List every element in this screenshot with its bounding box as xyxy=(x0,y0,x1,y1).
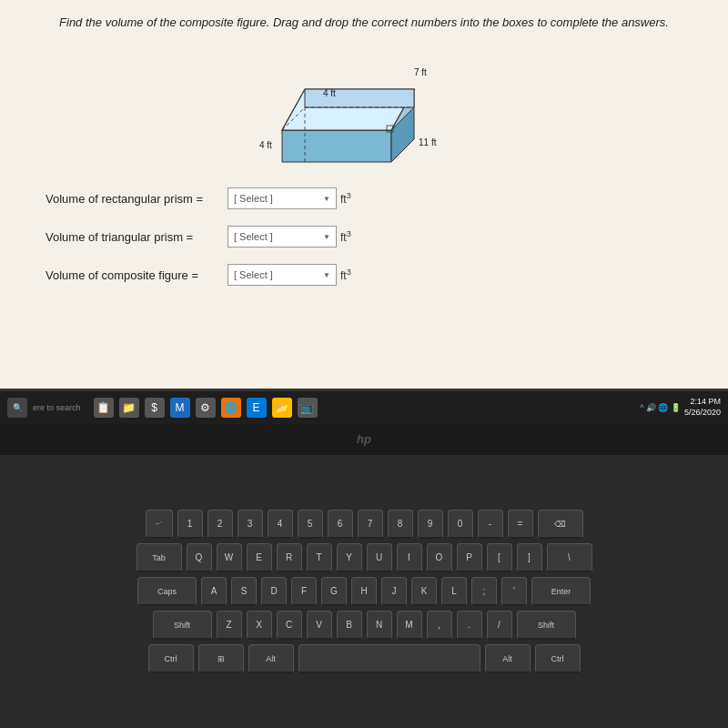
key-x[interactable]: X xyxy=(247,611,272,640)
key-quote[interactable]: ' xyxy=(501,577,527,606)
keyboard-row-2: Tab Q W E R T Y U I O P [ ] \ xyxy=(136,543,592,572)
key-tab[interactable]: Tab xyxy=(136,543,182,572)
triangular-unit: ft3 xyxy=(340,229,351,244)
key-q[interactable]: Q xyxy=(187,543,212,572)
key-semicolon[interactable]: ; xyxy=(471,577,497,606)
key-slash[interactable]: / xyxy=(487,611,512,640)
rectangular-prism-select[interactable]: [ Select ] xyxy=(228,187,337,209)
key-o[interactable]: O xyxy=(427,543,452,572)
key-backslash[interactable]: \ xyxy=(547,543,592,572)
key-r[interactable]: R xyxy=(277,543,302,572)
key-e[interactable]: E xyxy=(247,543,272,572)
svg-text:7 ft: 7 ft xyxy=(414,67,427,77)
composite-figure-select[interactable]: [ Select ] xyxy=(228,264,337,286)
search-area[interactable]: 🔍 xyxy=(7,398,27,418)
key-3[interactable]: 3 xyxy=(238,510,263,539)
key-comma[interactable]: , xyxy=(427,611,452,640)
taskbar-app-6[interactable]: 🌐 xyxy=(221,398,241,418)
key-space[interactable] xyxy=(298,644,480,673)
key-4[interactable]: 4 xyxy=(268,510,293,539)
taskbar-app-8[interactable]: 📂 xyxy=(272,398,292,418)
taskbar-app-2[interactable]: 📁 xyxy=(119,398,139,418)
key-ctrl-left[interactable]: Ctrl xyxy=(148,644,194,673)
key-z[interactable]: Z xyxy=(217,611,242,640)
key-bracket-open[interactable]: [ xyxy=(487,543,512,572)
screen: Find the volume of the composite figure.… xyxy=(0,0,728,391)
key-minus[interactable]: - xyxy=(478,510,503,539)
key-i[interactable]: I xyxy=(397,543,422,572)
form-row-composite: Volume of composite figure = [ Select ] … xyxy=(46,264,682,286)
key-9[interactable]: 9 xyxy=(418,510,443,539)
key-l[interactable]: L xyxy=(441,577,467,606)
key-g[interactable]: G xyxy=(321,577,347,606)
taskbar-app-4[interactable]: M xyxy=(170,398,190,418)
keyboard-row-5: Ctrl ⊞ Alt Alt Ctrl xyxy=(148,644,581,673)
keyboard-row-4: Shift Z X C V B N M , . / Shift xyxy=(153,611,576,640)
key-j[interactable]: J xyxy=(381,577,407,606)
key-caps[interactable]: Caps xyxy=(137,577,197,606)
triangular-prism-label: Volume of triangular prism = xyxy=(46,230,228,244)
key-c[interactable]: C xyxy=(277,611,302,640)
search-text[interactable]: ere to search xyxy=(33,403,81,412)
key-2[interactable]: 2 xyxy=(207,510,233,539)
key-shift-left[interactable]: Shift xyxy=(153,611,212,640)
svg-marker-6 xyxy=(305,89,414,107)
key-5[interactable]: 5 xyxy=(298,510,323,539)
key-ctrl-right[interactable]: Ctrl xyxy=(535,644,581,673)
key-u[interactable]: U xyxy=(367,543,392,572)
composite-select-placeholder: [ Select ] xyxy=(234,269,273,280)
key-win[interactable]: ⊞ xyxy=(198,644,244,673)
key-tilde[interactable]: ~` xyxy=(146,510,173,539)
key-equals[interactable]: = xyxy=(508,510,533,539)
key-p[interactable]: P xyxy=(457,543,482,572)
key-bracket-close[interactable]: ] xyxy=(517,543,542,572)
taskbar-app-5[interactable]: ⚙ xyxy=(196,398,216,418)
key-alt-left[interactable]: Alt xyxy=(248,644,294,673)
time-display: 2:14 PM xyxy=(684,397,721,408)
key-shift-right[interactable]: Shift xyxy=(517,611,576,640)
key-0[interactable]: 0 xyxy=(448,510,473,539)
key-d[interactable]: D xyxy=(261,577,287,606)
composite-figure-label: Volume of composite figure = xyxy=(46,268,228,282)
figure-container: 7 ft 4 ft 4 ft 7 ft 11 ft xyxy=(246,44,482,171)
key-v[interactable]: V xyxy=(307,611,332,640)
key-alt-right[interactable]: Alt xyxy=(485,644,531,673)
composite-figure-svg: 7 ft 4 ft 4 ft 7 ft 11 ft xyxy=(246,44,482,171)
keyboard-row-1: ~` 1 2 3 4 5 6 7 8 9 0 - = ⌫ xyxy=(146,510,583,539)
svg-text:7 ft: 7 ft xyxy=(323,170,336,171)
key-1[interactable]: 1 xyxy=(177,510,203,539)
taskbar-app-7[interactable]: E xyxy=(247,398,267,418)
key-a[interactable]: A xyxy=(201,577,227,606)
key-k[interactable]: K xyxy=(411,577,437,606)
key-w[interactable]: W xyxy=(217,543,242,572)
taskbar-right: ^ 🔊 🌐 🔋 2:14 PM 5/26/2020 xyxy=(640,397,721,418)
taskbar-app-9[interactable]: 📺 xyxy=(298,398,318,418)
rectangular-unit: ft3 xyxy=(340,191,351,206)
key-f[interactable]: F xyxy=(291,577,317,606)
key-8[interactable]: 8 xyxy=(388,510,413,539)
key-6[interactable]: 6 xyxy=(328,510,353,539)
key-backspace[interactable]: ⌫ xyxy=(538,510,583,539)
key-y[interactable]: Y xyxy=(337,543,362,572)
taskbar-app-1[interactable]: 📋 xyxy=(94,398,114,418)
content-area: Find the volume of the composite figure.… xyxy=(0,0,728,311)
key-7[interactable]: 7 xyxy=(358,510,383,539)
taskbar-app-3[interactable]: $ xyxy=(145,398,165,418)
key-n[interactable]: N xyxy=(367,611,392,640)
key-h[interactable]: H xyxy=(351,577,377,606)
key-b[interactable]: B xyxy=(337,611,362,640)
hp-logo: hp xyxy=(357,432,371,446)
taskbar-left: 🔍 ere to search 📋 📁 $ M ⚙ 🌐 E 📂 📺 xyxy=(7,398,318,418)
triangular-select-placeholder: [ Select ] xyxy=(234,231,273,242)
svg-marker-0 xyxy=(282,130,391,162)
triangular-prism-select[interactable]: [ Select ] xyxy=(228,226,337,248)
key-m[interactable]: M xyxy=(397,611,422,640)
svg-text:4 ft: 4 ft xyxy=(323,88,336,98)
form-row-triangular: Volume of triangular prism = [ Select ] … xyxy=(46,226,682,248)
system-icons: ^ 🔊 🌐 🔋 xyxy=(640,403,681,412)
key-s[interactable]: S xyxy=(231,577,257,606)
key-period[interactable]: . xyxy=(457,611,482,640)
key-t[interactable]: T xyxy=(307,543,332,572)
key-enter[interactable]: Enter xyxy=(531,577,591,606)
svg-text:4 ft: 4 ft xyxy=(259,140,272,150)
